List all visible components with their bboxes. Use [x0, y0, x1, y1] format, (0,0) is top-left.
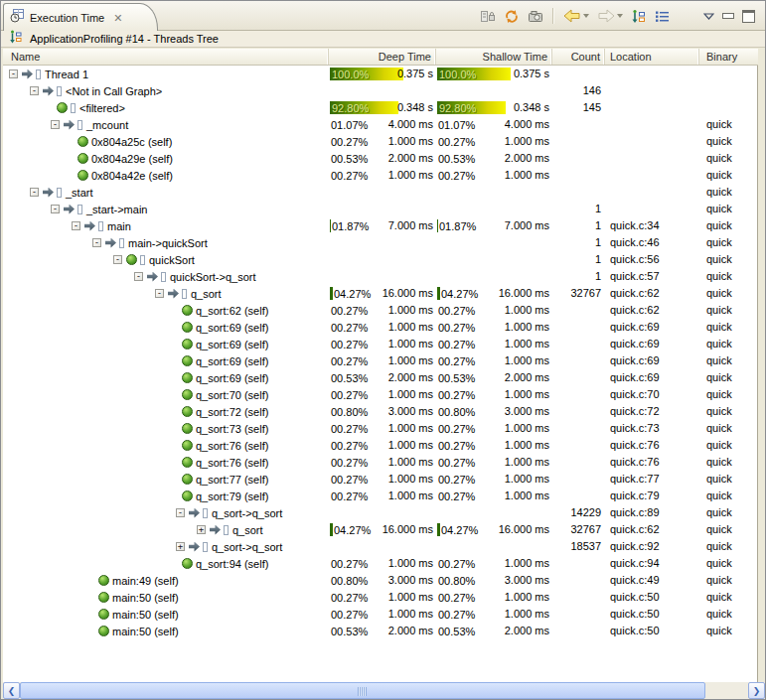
tree-row[interactable]: q_sort:70 (self)00.27%1.000 ms00.27%1.00… — [3, 386, 757, 403]
tab-execution-time[interactable]: Execution Time ✕ — [3, 3, 158, 31]
percent-box: 00.27% — [330, 591, 368, 604]
close-icon[interactable]: ✕ — [113, 13, 122, 23]
forward-dropdown-icon[interactable] — [617, 14, 623, 18]
tree-row[interactable]: q_sort:69 (self)00.27%1.000 ms00.27%1.00… — [3, 352, 757, 369]
flat-list-icon[interactable] — [653, 7, 672, 25]
scrollbar-thumb[interactable] — [20, 682, 705, 699]
column-header-count[interactable]: Count — [552, 49, 605, 65]
tree-row[interactable]: q_sort:94 (self)00.27%1.000 ms00.27%1.00… — [3, 555, 757, 572]
percent-box: 00.27% — [437, 388, 475, 401]
collapse-expander-icon[interactable]: - — [134, 272, 143, 281]
deep-time-cell: 04.27%16.000 ms — [329, 285, 436, 302]
count-value — [552, 116, 605, 133]
tree-row[interactable]: main:50 (self)00.53%2.000 ms00.53%2.000 … — [3, 623, 757, 639]
tree-row[interactable]: -quickSort1quick.c:56quick — [3, 251, 757, 268]
collapse-expander-icon[interactable]: - — [176, 508, 185, 517]
deep-time-cell: 00.27%1.000 ms — [329, 133, 436, 150]
location-value — [605, 133, 699, 150]
tree-row[interactable]: -_startquick — [3, 184, 757, 201]
tree-row[interactable]: q_sort:77 (self)00.27%1.000 ms00.27%1.00… — [3, 471, 757, 488]
tree-row[interactable]: q_sort:69 (self)00.27%1.000 ms00.27%1.00… — [3, 319, 757, 336]
tree-row[interactable]: q_sort:69 (self)00.27%1.000 ms00.27%1.00… — [3, 336, 757, 352]
percent-box: 01.87% — [437, 219, 476, 232]
node-label: q_sort:79 (self) — [196, 490, 268, 502]
back-icon[interactable] — [561, 7, 591, 25]
scrollbar-track[interactable] — [705, 682, 748, 699]
percent-box: 00.27% — [330, 354, 368, 367]
back-dropdown-icon[interactable] — [583, 14, 589, 18]
lock-icon[interactable] — [478, 7, 498, 25]
tree-row[interactable]: q_sort:76 (self)00.27%1.000 ms00.27%1.00… — [3, 437, 757, 454]
tree-row[interactable]: +q_sort04.27%16.000 ms04.27%16.000 ms327… — [3, 521, 757, 538]
percent-box: 00.27% — [330, 304, 368, 317]
collapse-expander-icon[interactable]: - — [51, 120, 60, 129]
tree-row[interactable]: 0x804a42e (self)00.27%1.000 ms00.27%1.00… — [3, 167, 757, 184]
tree-row[interactable]: -q_sort04.27%16.000 ms04.27%16.000 ms327… — [3, 285, 757, 302]
location-value: quick.c:89 — [605, 504, 699, 521]
percent-value: 00.27% — [437, 457, 475, 469]
tree-row[interactable]: -q_sort->q_sort14229quick.c:89quick — [3, 504, 757, 521]
binary-value: quick — [699, 167, 757, 184]
forward-icon[interactable] — [595, 7, 625, 25]
time-value: 1.000 ms — [505, 422, 549, 434]
column-header-name[interactable]: Name — [3, 49, 329, 65]
count-value — [552, 606, 605, 623]
horizontal-scrollbar[interactable]: ❮ ❯ — [3, 682, 765, 699]
tree-row[interactable]: <filtered>92.80%0.348 s92.80%0.348 s145 — [3, 99, 757, 116]
column-header-shallow-time[interactable]: Shallow Time — [436, 49, 552, 65]
view-menu-icon[interactable] — [701, 7, 716, 25]
self-sample-icon — [57, 102, 68, 113]
tree-row[interactable]: -<Not in Call Graph>146 — [3, 82, 757, 99]
refresh-icon[interactable] — [502, 7, 522, 25]
tree-row[interactable]: main:50 (self)00.27%1.000 ms00.27%1.000 … — [3, 589, 757, 606]
tree-row[interactable]: q_sort:76 (self)00.27%1.000 ms00.27%1.00… — [3, 454, 757, 471]
location-value — [605, 184, 699, 201]
location-value: quick.c:69 — [605, 369, 699, 386]
column-header-deep-time[interactable]: Deep Time — [329, 49, 436, 65]
maximize-icon[interactable] — [740, 7, 757, 25]
sort-tree-icon[interactable] — [629, 7, 649, 25]
name-cell: -q_sort->q_sort — [3, 504, 329, 521]
tree-row[interactable]: q_sort:73 (self)00.27%1.000 ms00.27%1.00… — [3, 420, 757, 437]
deep-time-cell: 00.27%1.000 ms — [329, 319, 436, 336]
scroll-right-icon[interactable]: ❯ — [748, 682, 765, 699]
tree-row[interactable]: main:50 (self)00.27%1.000 ms00.27%1.000 … — [3, 606, 757, 623]
tree-row[interactable]: main:49 (self)00.80%3.000 ms00.80%3.000 … — [3, 572, 757, 589]
tree-row[interactable]: -_mcount01.07%4.000 ms01.07%4.000 msquic… — [3, 116, 757, 133]
collapse-expander-icon[interactable]: - — [72, 221, 80, 230]
minimize-icon[interactable] — [720, 7, 736, 25]
snapshot-icon[interactable] — [526, 7, 545, 25]
scroll-left-icon[interactable]: ❮ — [3, 682, 20, 699]
node-label: _start — [66, 187, 93, 199]
column-header-location[interactable]: Location — [605, 49, 699, 65]
tree-row[interactable]: 0x804a25c (self)00.27%1.000 ms00.27%1.00… — [3, 133, 757, 150]
collapse-expander-icon[interactable]: - — [30, 86, 39, 95]
expand-expander-icon[interactable]: + — [197, 525, 206, 534]
collapse-expander-icon[interactable]: - — [30, 188, 39, 197]
collapse-expander-icon[interactable]: - — [155, 289, 164, 298]
node-label: <filtered> — [79, 102, 125, 114]
column-header-binary[interactable]: Binary — [699, 49, 758, 65]
tree-row[interactable]: q_sort:72 (self)00.80%3.000 ms00.80%3.00… — [3, 403, 757, 420]
location-value: quick.c:62 — [605, 521, 699, 538]
tree-row[interactable]: -_start->main1quick — [3, 201, 757, 217]
count-value: 1 — [552, 217, 605, 234]
tree-row[interactable]: -main01.87%7.000 ms01.87%7.000 ms1quick.… — [3, 217, 757, 234]
tree-row[interactable]: -Thread 1100.0%0.375 s100.0%0.375 s — [3, 66, 757, 82]
collapse-expander-icon[interactable]: - — [51, 205, 60, 213]
percent-value: 00.27% — [330, 490, 368, 502]
collapse-expander-icon[interactable]: - — [92, 238, 101, 247]
collapse-expander-icon[interactable]: - — [113, 255, 122, 264]
shallow-time-cell: 00.27%1.000 ms — [436, 471, 552, 488]
tree-row[interactable]: +q_sort->q_sort18537quick.c:92quick — [3, 538, 757, 555]
tree-row[interactable]: -quickSort->q_sort1quick.c:57quick — [3, 268, 757, 285]
percent-value: 00.27% — [330, 423, 368, 435]
expand-expander-icon[interactable]: + — [176, 542, 185, 551]
tree-row[interactable]: q_sort:62 (self)00.27%1.000 ms00.27%1.00… — [3, 302, 757, 319]
tree-row[interactable]: q_sort:79 (self)00.27%1.000 ms00.27%1.00… — [3, 488, 757, 504]
collapse-expander-icon[interactable]: - — [9, 70, 18, 78]
tree-row[interactable]: q_sort:69 (self)00.53%2.000 ms00.53%2.00… — [3, 369, 757, 386]
tree-row[interactable]: 0x804a29e (self)00.53%2.000 ms00.53%2.00… — [3, 150, 757, 167]
tree-row[interactable]: -main->quickSort1quick.c:46quick — [3, 234, 757, 251]
node-label: main->quickSort — [128, 237, 208, 249]
